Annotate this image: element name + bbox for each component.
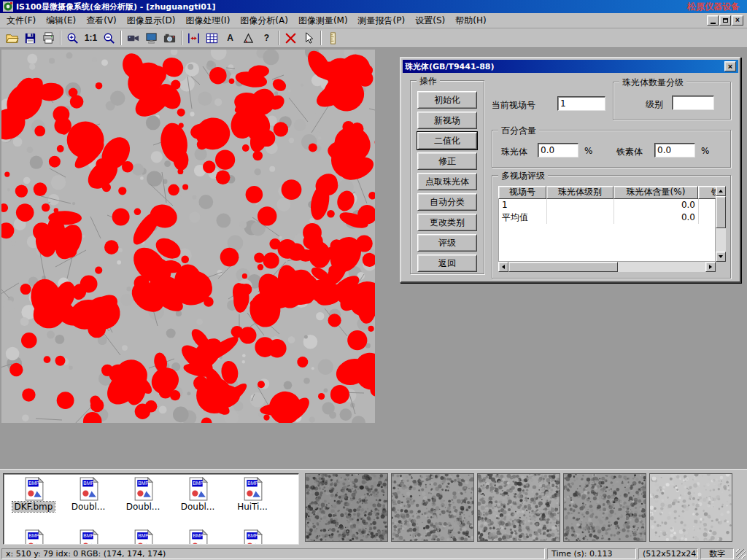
file-item[interactable]: [171, 529, 225, 545]
file-item[interactable]: Doubl...: [116, 477, 170, 512]
file-item[interactable]: Doubl...: [171, 477, 225, 512]
operation-group-label: 操作: [417, 75, 440, 88]
print-button[interactable]: [39, 29, 58, 47]
menu-settings[interactable]: 设置(S): [410, 13, 450, 28]
letter-a-icon: A: [227, 33, 233, 43]
current-field-input[interactable]: [557, 96, 605, 111]
table-vertical-scrollbar[interactable]: [716, 186, 726, 262]
thumbnail[interactable]: [563, 473, 646, 542]
column-header-field[interactable]: 视场号: [498, 186, 546, 199]
zoom-out-button[interactable]: [100, 29, 118, 47]
dialog-close-button[interactable]: ×: [724, 61, 736, 71]
scroll-thumb[interactable]: [508, 262, 618, 272]
cell-ferrite: [699, 199, 716, 211]
pick-pearlite-button[interactable]: 点取珠光体: [417, 173, 477, 190]
file-item[interactable]: [116, 529, 170, 545]
annotate-text-button[interactable]: A: [221, 29, 239, 47]
thumbnail[interactable]: [391, 473, 474, 542]
scroll-thumb[interactable]: [716, 196, 726, 228]
initialize-button[interactable]: 初始化: [417, 91, 477, 109]
up-arrow-icon: [719, 190, 723, 192]
pointer-button[interactable]: [300, 29, 318, 47]
menu-image-processing[interactable]: 图像处理(I): [180, 13, 235, 28]
percentage-group-label: 百分含量: [498, 125, 539, 137]
scroll-right-button[interactable]: [705, 262, 716, 272]
thumbnail[interactable]: [477, 473, 560, 542]
mdi-close-button[interactable]: ×: [732, 15, 743, 26]
file-label: DKF.bmp: [12, 502, 55, 512]
file-label: HuiTi...: [235, 502, 270, 512]
file-item[interactable]: HuiTi...: [225, 477, 279, 512]
scroll-track[interactable]: [716, 196, 726, 252]
ferrite-percent-input[interactable]: [654, 143, 695, 158]
file-item[interactable]: [7, 529, 61, 545]
level-input[interactable]: [672, 96, 714, 110]
menu-report[interactable]: 测量报告(P): [353, 13, 411, 28]
table-row[interactable]: 1 0.0: [499, 199, 715, 211]
new-field-button[interactable]: 新视场: [417, 112, 477, 129]
zoom-in-button[interactable]: [63, 29, 82, 47]
change-class-button[interactable]: 更改类别: [417, 214, 477, 231]
file-item[interactable]: Doubl...: [61, 477, 115, 512]
folder-open-icon: [5, 31, 19, 45]
correct-button[interactable]: 修正: [417, 152, 477, 170]
metallograph-image[interactable]: [1, 50, 375, 423]
menu-image-measure[interactable]: 图像测量(M): [293, 13, 353, 28]
rate-button[interactable]: 评级: [417, 234, 477, 252]
bmp-file-icon: [186, 477, 210, 501]
status-image-size: (512x512x24): [638, 548, 698, 559]
live-display-button[interactable]: [142, 29, 160, 47]
cell-content: 0.0: [614, 199, 699, 211]
return-button[interactable]: 返回: [417, 254, 477, 272]
pearlite-label: 珠光体: [501, 146, 527, 158]
column-header-content[interactable]: 珠光体含量(%): [614, 186, 698, 199]
mdi-minimize-button[interactable]: [707, 15, 719, 26]
help-button[interactable]: ?: [258, 29, 276, 47]
file-item[interactable]: DKF.bmp: [7, 477, 61, 512]
table-row[interactable]: 平均值 0.0: [499, 211, 715, 224]
file-item[interactable]: [225, 529, 279, 545]
binarize-button[interactable]: 二值化: [417, 132, 477, 149]
angle-measure-button[interactable]: [239, 29, 258, 47]
scroll-up-button[interactable]: [716, 186, 726, 196]
resize-grip[interactable]: [736, 549, 746, 559]
scroll-left-button[interactable]: [498, 262, 508, 272]
save-button[interactable]: [21, 29, 39, 47]
menu-edit[interactable]: 编辑(E): [41, 13, 81, 28]
auto-classify-button[interactable]: 自动分类: [417, 193, 477, 211]
app-icon: [3, 1, 13, 12]
bmp-file-icon: [241, 529, 265, 545]
scale-ruler-button[interactable]: [324, 29, 342, 47]
window-title: IS100显微摄像系统(金相分析版) - [zhuguangti01]: [16, 1, 216, 12]
menu-file[interactable]: 文件(F): [1, 13, 41, 28]
snapshot-button[interactable]: [160, 29, 179, 47]
column-header-level[interactable]: 珠光体级别: [546, 186, 614, 199]
bmp-file-icon: [77, 529, 101, 545]
bmp-file-icon: [131, 477, 155, 501]
grid-measure-button[interactable]: [203, 29, 221, 47]
zoom-in-icon: [66, 31, 80, 45]
delete-measure-button[interactable]: [282, 29, 300, 47]
column-header-ferrite[interactable]: 铁素: [698, 186, 716, 199]
menu-image-analysis[interactable]: 图像分析(A): [235, 13, 293, 28]
menu-image-display[interactable]: 图像显示(D): [122, 13, 181, 28]
file-item[interactable]: [61, 529, 115, 545]
mdi-restore-button[interactable]: [719, 15, 731, 26]
thumbnail[interactable]: [305, 473, 388, 542]
scroll-track[interactable]: [508, 262, 705, 272]
grading-group: 珠光体数量分级 级别: [613, 82, 731, 120]
dialog-titlebar[interactable]: 珠光体(GB/T9441-88) ×: [403, 60, 738, 73]
bmp-file-icon: [22, 477, 46, 501]
table-horizontal-scrollbar[interactable]: [498, 262, 716, 272]
caliper-measure-button[interactable]: [185, 29, 203, 47]
thumbnail[interactable]: [649, 473, 732, 542]
actual-size-button[interactable]: 1:1: [82, 29, 100, 47]
scroll-down-button[interactable]: [716, 252, 726, 262]
open-file-button[interactable]: [3, 29, 21, 47]
menu-view[interactable]: 查看(V): [81, 13, 122, 28]
cell-field: 平均值: [499, 211, 547, 224]
file-label: Doubl...: [124, 502, 163, 512]
pearlite-percent-input[interactable]: [538, 143, 578, 158]
menu-help[interactable]: 帮助(H): [450, 13, 491, 28]
video-source-button[interactable]: [124, 29, 142, 47]
